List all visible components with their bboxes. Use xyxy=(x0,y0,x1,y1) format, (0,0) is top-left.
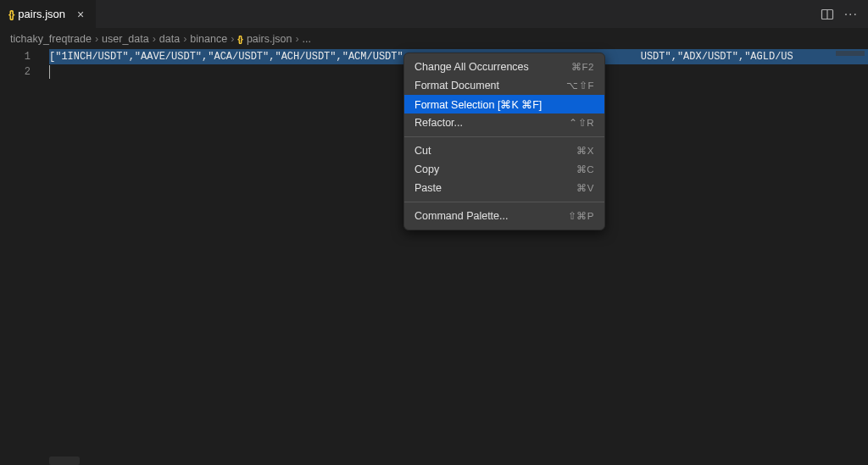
json-icon: {} xyxy=(8,8,13,20)
close-icon[interactable]: × xyxy=(74,8,87,21)
menu-item-shortcut: ⌘F2 xyxy=(571,61,594,73)
menu-item-label: Change All Occurrences xyxy=(415,61,529,73)
menu-item-label: Command Palette... xyxy=(415,210,508,222)
menu-item-label: Format Selection [⌘K ⌘F] xyxy=(415,98,542,111)
line-number: 2 xyxy=(0,64,49,80)
tab-bar: {} pairs.json × ··· xyxy=(0,0,868,29)
menu-item[interactable]: Command Palette...⇧⌘P xyxy=(404,207,604,225)
menu-item-shortcut: ⌘C xyxy=(576,163,594,175)
breadcrumb-ellipsis[interactable]: ... xyxy=(303,33,311,45)
context-menu: Change All Occurrences⌘F2Format Document… xyxy=(403,53,605,230)
tab-title: pairs.json xyxy=(18,8,65,20)
menu-item[interactable]: Format Selection [⌘K ⌘F] xyxy=(404,95,604,113)
menu-item-shortcut: ⌃⇧R xyxy=(569,117,594,129)
line-number: 1 xyxy=(0,49,49,64)
menu-item-shortcut: ⌘X xyxy=(576,145,594,157)
menu-item[interactable]: Format Document⌥⇧F xyxy=(404,76,604,95)
menu-item[interactable]: Change All Occurrences⌘F2 xyxy=(404,58,604,76)
breadcrumb-file[interactable]: pairs.json xyxy=(247,33,292,45)
minimap[interactable] xyxy=(836,51,865,56)
menu-item-shortcut: ⌘V xyxy=(576,182,594,194)
split-editor-icon[interactable] xyxy=(821,8,834,21)
chevron-right-icon: › xyxy=(231,33,234,45)
menu-item-label: Refactor... xyxy=(415,117,463,129)
menu-item-label: Cut xyxy=(415,145,431,157)
breadcrumb[interactable]: tichaky_freqtrade › user_data › data › b… xyxy=(0,29,868,47)
chevron-right-icon: › xyxy=(295,33,298,45)
menu-separator xyxy=(404,202,604,202)
chevron-right-icon: › xyxy=(95,33,98,45)
more-actions-icon[interactable]: ··· xyxy=(844,7,858,22)
breadcrumb-item[interactable]: data xyxy=(159,33,180,45)
menu-item-shortcut: ⇧⌘P xyxy=(568,210,594,222)
file-tab[interactable]: {} pairs.json × xyxy=(0,0,97,28)
menu-item-label: Paste xyxy=(415,182,442,194)
menu-item-label: Copy xyxy=(415,163,439,175)
menu-item[interactable]: Cut⌘X xyxy=(404,141,604,160)
chevron-right-icon: › xyxy=(153,33,156,45)
breadcrumb-item[interactable]: tichaky_freqtrade xyxy=(10,33,92,45)
tab-actions: ··· xyxy=(821,0,868,28)
json-icon: {} xyxy=(237,34,242,44)
breadcrumb-item[interactable]: user_data xyxy=(102,33,149,45)
horizontal-scrollbar[interactable] xyxy=(49,457,80,465)
menu-item-shortcut: ⌥⇧F xyxy=(566,80,594,91)
chevron-right-icon: › xyxy=(183,33,186,45)
menu-item-label: Format Document xyxy=(415,80,499,91)
menu-separator xyxy=(404,136,604,137)
menu-item[interactable]: Copy⌘C xyxy=(404,160,604,179)
breadcrumb-item[interactable]: binance xyxy=(190,33,227,45)
menu-item[interactable]: Refactor...⌃⇧R xyxy=(404,113,604,132)
menu-item[interactable]: Paste⌘V xyxy=(404,179,604,197)
